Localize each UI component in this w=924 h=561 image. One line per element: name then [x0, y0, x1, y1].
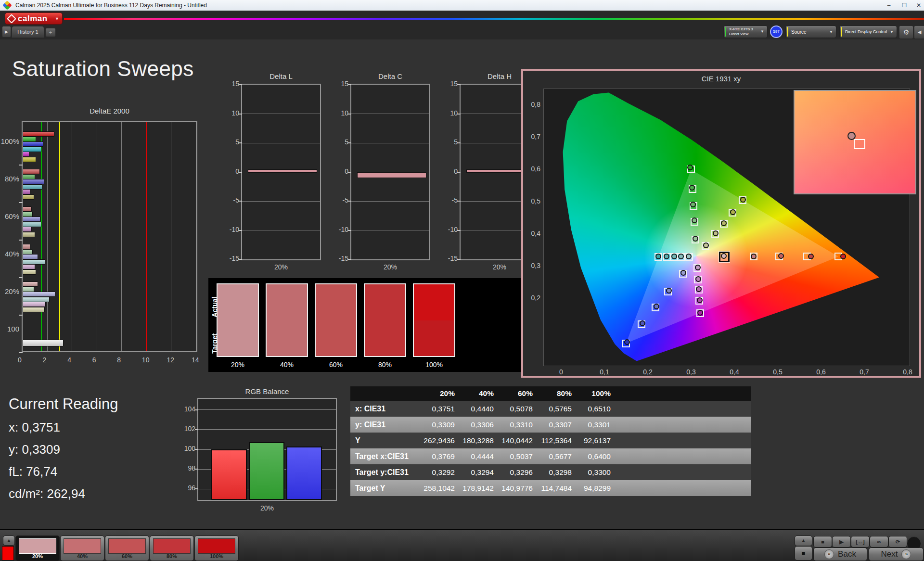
- axis-tick: [348, 230, 351, 231]
- transport-arrow-button[interactable]: ▲: [795, 536, 812, 546]
- swatch-actual-half: [316, 284, 356, 320]
- table-row-label: Target x:CIE31: [350, 452, 418, 461]
- gridline: [242, 143, 320, 143]
- strip-swatch: [217, 283, 259, 357]
- gridline: [121, 122, 122, 351]
- patch-swatch: [108, 538, 146, 554]
- cie-xtick: 0,4: [728, 368, 741, 376]
- axis-tick: [239, 114, 242, 115]
- add-tab-button[interactable]: +: [45, 28, 56, 37]
- delta-ytick: -15: [334, 255, 348, 262]
- table-cell: 92,6137: [574, 436, 613, 445]
- patch-button-40%[interactable]: 40%: [60, 536, 104, 561]
- table-header-row: 20%40%60%80%100%: [350, 386, 751, 401]
- swatch-actual-half: [267, 284, 307, 320]
- cie-xtick: 0,6: [815, 368, 827, 376]
- delta-l-title: Delta L: [241, 72, 321, 80]
- cie-xtick: 0,3: [685, 368, 697, 376]
- gridline: [351, 114, 429, 114]
- cie-actual-dot: [778, 253, 784, 259]
- cie-actual-dot: [640, 320, 645, 326]
- strip-swatch-label: 60%: [315, 361, 357, 369]
- deltae-xtick: 4: [67, 356, 77, 364]
- next-label: Next: [881, 549, 898, 559]
- cie-actual-dot: [666, 288, 672, 293]
- stop-measure-button[interactable]: ■: [795, 546, 812, 561]
- back-button[interactable]: « Back: [813, 548, 867, 561]
- delta-ytick: 5: [334, 138, 348, 146]
- axis-tick: [457, 259, 461, 260]
- delta-ytick: -5: [225, 196, 239, 204]
- minimize-button[interactable]: –: [883, 1, 895, 10]
- next-button[interactable]: Next »: [869, 548, 924, 561]
- axis-tick: [195, 409, 198, 410]
- cie-actual-dot: [692, 217, 697, 223]
- deltae-xtick: 2: [43, 356, 52, 364]
- strip-swatch-label: 40%: [266, 361, 308, 369]
- table-header-cell: 60%: [496, 389, 535, 398]
- reading-fl: fL: 76,74: [9, 464, 118, 479]
- table-cell: 140,0442: [496, 436, 535, 445]
- patch-button-20%[interactable]: 20%: [15, 536, 60, 561]
- rainbow-divider: [64, 18, 924, 20]
- axis-tick: [457, 172, 461, 173]
- reading-x: x: 0,3751: [9, 420, 118, 435]
- delta-ytick: 0: [225, 167, 239, 175]
- gridline: [171, 122, 171, 351]
- range-icon[interactable]: [↔]: [851, 536, 870, 548]
- patch-button-60%[interactable]: 60%: [105, 536, 149, 561]
- delta-c-xlabel: 20%: [350, 263, 430, 271]
- cie-actual-dot: [808, 254, 814, 259]
- table-row-label: y: CIE31: [350, 421, 418, 429]
- cie-actual-dot: [671, 254, 677, 259]
- app-header: calman ▼ ▶ History 1 + X-Rite i1Pro 3Dir…: [0, 11, 924, 39]
- table-cell: 0,3306: [457, 421, 496, 429]
- stop-icon[interactable]: ■: [813, 536, 832, 548]
- delta-bar: [248, 169, 317, 173]
- refresh-icon[interactable]: ⟳: [888, 536, 907, 548]
- close-button[interactable]: ✕: [912, 1, 924, 10]
- cie-ytick: 0,3: [526, 262, 540, 269]
- meter-select-dropdown[interactable]: X-Rite i1Pro 3Direct View ▼: [723, 26, 768, 38]
- patch-list-toggle[interactable]: ▲: [3, 536, 15, 546]
- patch-button-100%[interactable]: 100%: [194, 536, 239, 561]
- calman-menu-button[interactable]: calman ▼: [5, 13, 63, 25]
- window-title: Calman 2025 Calman Ultimate for Business…: [15, 2, 207, 9]
- chevron-down-icon: ▼: [760, 29, 764, 34]
- swatch-target-half: [316, 320, 356, 357]
- patch-label: 100%: [195, 553, 238, 559]
- axis-tick: [239, 201, 242, 202]
- axis-tick: [239, 259, 242, 260]
- axis-tick: [19, 352, 23, 353]
- inset-target-square: [854, 139, 865, 149]
- axis-tick: [348, 259, 351, 260]
- deltae2000-plot: [22, 121, 197, 352]
- table-cell: 94,8299: [574, 484, 613, 493]
- table-row-label: Target Y: [350, 484, 418, 493]
- cie-ytick: 0,2: [526, 294, 540, 302]
- gear-icon[interactable]: ⚙: [899, 26, 913, 39]
- delta-ytick: -10: [225, 226, 239, 233]
- cie-xtick: 0: [555, 368, 567, 376]
- swatch-actual-half: [414, 284, 454, 320]
- delta-ytick: 5: [225, 138, 239, 146]
- source-dropdown[interactable]: Source ▼: [785, 26, 836, 38]
- deltae-bar: [23, 254, 38, 259]
- cie1931-title: CIE 1931 xy: [523, 75, 919, 83]
- deltae-group-label: 100%: [0, 137, 19, 145]
- loop-infinite-icon[interactable]: ∞: [870, 536, 888, 548]
- play-icon[interactable]: ▶: [832, 536, 851, 548]
- delta-ytick: 15: [443, 80, 458, 88]
- strip-swatch-label: 20%: [217, 361, 259, 369]
- layout-nav-toggle[interactable]: ▶: [2, 26, 11, 38]
- patch-swatch: [64, 538, 101, 554]
- axis-tick: [457, 114, 461, 115]
- display-control-dropdown[interactable]: Direct Display Control ▼: [839, 26, 897, 38]
- cie-ytick: 0,5: [526, 197, 540, 205]
- tab-history-1[interactable]: History 1: [12, 26, 44, 38]
- cie-actual-dot: [697, 310, 703, 316]
- maximize-button[interactable]: ☐: [898, 1, 911, 10]
- deltae-bar: [23, 269, 36, 275]
- collapse-panel-button[interactable]: ◀: [914, 26, 924, 39]
- patch-button-80%[interactable]: 80%: [150, 536, 194, 561]
